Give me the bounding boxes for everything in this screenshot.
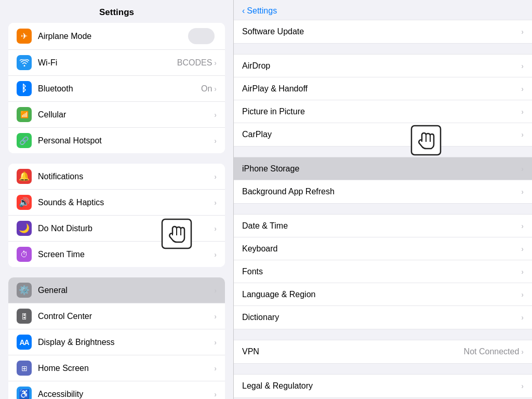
right-group-locale: Date & Time › Keyboard › Fonts › Languag… <box>234 214 532 329</box>
hotspot-icon: 🔗 <box>17 133 32 148</box>
bg-refresh-label: Background App Refresh <box>242 187 521 196</box>
right-group-legal: Legal & Regulatory › <box>234 374 532 398</box>
back-chevron: ‹ <box>242 6 245 16</box>
right-group-air: AirDrop › AirPlay & Handoff › Picture in… <box>234 54 532 147</box>
accessibility-label: Accessibility <box>38 390 214 399</box>
right-row-bg-refresh[interactable]: Background App Refresh › <box>234 180 532 203</box>
fonts-label: Fonts <box>242 267 521 276</box>
dictionary-chevron: › <box>521 313 524 322</box>
control-center-icon: 🎛 <box>17 309 32 324</box>
airplane-label: Airplane Mode <box>38 32 188 41</box>
sidebar-item-do-not-disturb[interactable]: 🌙 Do Not Disturb › <box>8 216 225 242</box>
carplay-label: CarPlay <box>242 130 521 139</box>
right-panel: ‹ Settings Software Update › AirDrop › A… <box>234 0 532 399</box>
right-row-legal[interactable]: Legal & Regulatory › <box>234 375 532 397</box>
airplay-chevron: › <box>521 85 524 93</box>
notifications-chevron: › <box>214 172 217 181</box>
sounds-label: Sounds & Haptics <box>38 198 214 207</box>
right-row-dictionary[interactable]: Dictionary › <box>234 306 532 329</box>
hotspot-chevron: › <box>214 137 217 145</box>
back-button[interactable]: ‹ Settings <box>242 6 277 16</box>
sidebar-item-personal-hotspot[interactable]: 🔗 Personal Hotspot › <box>8 128 225 153</box>
sidebar-item-sounds[interactable]: 🔊 Sounds & Haptics › <box>8 190 225 216</box>
display-icon: AA <box>17 335 32 350</box>
language-label: Language & Region <box>242 290 521 299</box>
airplay-label: AirPlay & Handoff <box>242 84 521 94</box>
sidebar-item-cellular[interactable]: 📶 Cellular › <box>8 102 225 128</box>
bluetooth-icon: ᛒ <box>17 81 32 96</box>
sidebar-item-display[interactable]: AA Display & Brightness › <box>8 329 225 355</box>
iphone-storage-chevron: › <box>521 165 524 173</box>
home-screen-chevron: › <box>214 364 217 373</box>
right-row-carplay[interactable]: CarPlay › <box>234 123 532 146</box>
right-row-airplay[interactable]: AirPlay & Handoff › <box>234 77 532 100</box>
cellular-icon: 📶 <box>17 107 32 122</box>
dnd-label: Do Not Disturb <box>38 224 214 233</box>
sidebar-item-home-screen[interactable]: ⊞ Home Screen › <box>8 355 225 381</box>
right-row-iphone-storage[interactable]: iPhone Storage › <box>234 157 532 180</box>
system-group: ⚙️ General › 🎛 Control Center › AA Displ… <box>8 277 225 399</box>
display-label: Display & Brightness <box>38 338 214 347</box>
control-center-label: Control Center <box>38 312 214 321</box>
wifi-value: BCODES <box>177 58 212 68</box>
sidebar-item-airplane-mode[interactable]: ✈ Airplane Mode <box>8 23 225 50</box>
right-row-fonts[interactable]: Fonts › <box>234 260 532 283</box>
sidebar-item-wifi[interactable]: Wi-Fi BCODES › <box>8 50 225 76</box>
notifications-label: Notifications <box>38 172 214 181</box>
vpn-value: Not Connected <box>464 347 520 356</box>
keyboard-label: Keyboard <box>242 244 521 254</box>
connectivity-group: ✈ Airplane Mode Wi-Fi BCODES › ᛒ Bluetoo… <box>8 23 225 153</box>
right-group-storage: iPhone Storage › Background App Refresh … <box>234 157 532 204</box>
right-row-airdrop[interactable]: AirDrop › <box>234 55 532 77</box>
iphone-storage-label: iPhone Storage <box>242 164 521 174</box>
cellular-label: Cellular <box>38 110 214 119</box>
sidebar-item-control-center[interactable]: 🎛 Control Center › <box>8 303 225 329</box>
notifications-group: 🔔 Notifications › 🔊 Sounds & Haptics › 🌙… <box>8 164 225 267</box>
right-row-vpn[interactable]: VPN Not Connected › <box>234 340 532 363</box>
wifi-chevron: › <box>214 59 217 67</box>
right-row-pip[interactable]: Picture in Picture › <box>234 100 532 123</box>
screen-time-label: Screen Time <box>38 250 214 259</box>
vpn-label: VPN <box>242 347 464 356</box>
general-chevron: › <box>214 286 217 295</box>
accessibility-chevron: › <box>214 390 217 398</box>
sidebar-item-screen-time[interactable]: ⏱ Screen Time › <box>8 242 225 267</box>
software-update-label: Software Update <box>242 27 521 36</box>
legal-chevron: › <box>521 382 524 390</box>
right-row-language[interactable]: Language & Region › <box>234 283 532 306</box>
home-screen-label: Home Screen <box>38 364 214 373</box>
left-panel: Settings ✈ Airplane Mode Wi-Fi BCODES › … <box>0 0 234 399</box>
carplay-chevron: › <box>521 130 524 139</box>
sounds-icon: 🔊 <box>17 195 32 210</box>
pip-label: Picture in Picture <box>242 107 521 116</box>
wifi-label: Wi-Fi <box>38 58 177 68</box>
notifications-icon: 🔔 <box>17 169 32 184</box>
sidebar-item-general[interactable]: ⚙️ General › <box>8 277 225 303</box>
dictionary-label: Dictionary <box>242 313 521 322</box>
right-row-date-time[interactable]: Date & Time › <box>234 215 532 237</box>
sidebar-item-accessibility[interactable]: ♿ Accessibility › <box>8 381 225 399</box>
hotspot-label: Personal Hotspot <box>38 136 214 145</box>
back-label: Settings <box>247 6 277 16</box>
keyboard-chevron: › <box>521 245 524 253</box>
screen-time-chevron: › <box>214 250 217 259</box>
right-row-software-update[interactable]: Software Update › <box>234 20 532 43</box>
fonts-chevron: › <box>521 268 524 276</box>
dnd-icon: 🌙 <box>17 221 32 236</box>
language-chevron: › <box>521 290 524 299</box>
right-header: ‹ Settings <box>234 0 532 20</box>
date-time-chevron: › <box>521 222 524 230</box>
sidebar-item-bluetooth[interactable]: ᛒ Bluetooth On › <box>8 76 225 102</box>
display-chevron: › <box>214 338 217 347</box>
bg-refresh-chevron: › <box>521 188 524 196</box>
airplane-toggle[interactable] <box>188 28 215 44</box>
control-center-chevron: › <box>214 312 217 321</box>
right-group-software: Software Update › <box>234 20 532 44</box>
right-row-keyboard[interactable]: Keyboard › <box>234 237 532 260</box>
sidebar-item-notifications[interactable]: 🔔 Notifications › <box>8 164 225 190</box>
software-update-chevron: › <box>521 28 524 36</box>
airdrop-label: AirDrop <box>242 61 521 71</box>
cellular-chevron: › <box>214 111 217 119</box>
right-group-vpn: VPN Not Connected › <box>234 340 532 364</box>
dnd-chevron: › <box>214 224 217 233</box>
